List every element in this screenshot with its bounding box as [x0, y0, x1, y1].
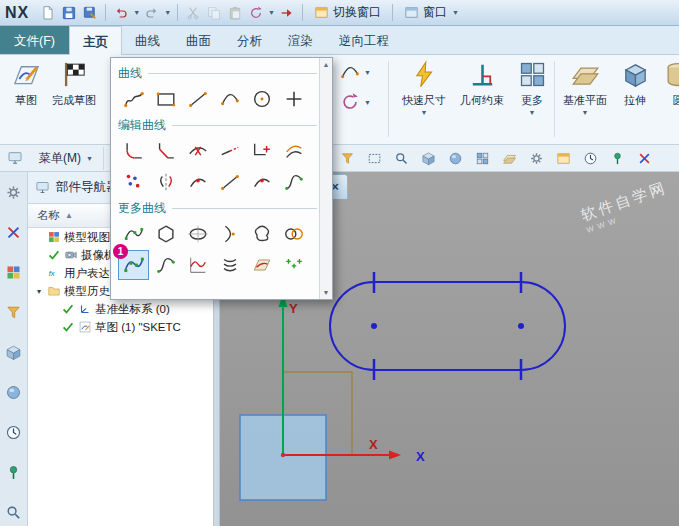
cylinder-button[interactable]: 圆	[658, 59, 679, 108]
repeat-command-button[interactable]	[246, 3, 266, 23]
save-as-button[interactable]	[80, 3, 100, 23]
extrude-button[interactable]: 拉伸	[614, 59, 656, 108]
views-navigator-icon[interactable]	[4, 262, 24, 282]
panel-command-mirror-curve[interactable]	[150, 167, 181, 197]
panel-command-point-set[interactable]	[278, 250, 309, 280]
panel-command-law-curve[interactable]	[182, 250, 213, 280]
paste-button[interactable]	[225, 3, 245, 23]
tab-曲线[interactable]: 曲线	[122, 26, 173, 54]
funnel-navigator-icon[interactable]	[4, 302, 24, 322]
panel-command-make-corner[interactable]	[246, 136, 277, 166]
panel-command-conic[interactable]	[214, 219, 245, 249]
tab-曲面[interactable]: 曲面	[173, 26, 224, 54]
scroll-down-icon[interactable]: ▼	[323, 289, 330, 296]
panel-command-derived-line[interactable]	[214, 167, 245, 197]
grid-icon[interactable]	[472, 149, 492, 169]
undo-button[interactable]	[111, 3, 131, 23]
quick-dim-dropdown-icon[interactable]: ▼	[421, 109, 428, 116]
screen-icon[interactable]	[5, 148, 25, 168]
quick-dimension-button[interactable]: 快速尺寸 ▼	[396, 59, 452, 116]
window-icon	[314, 5, 329, 20]
funnel-icon[interactable]	[337, 149, 357, 169]
copy-button[interactable]	[204, 3, 224, 23]
conic-icon	[219, 223, 241, 245]
datum-dropdown-icon[interactable]: ▼	[582, 109, 589, 116]
dashed-rect-icon[interactable]	[364, 149, 384, 169]
magnifier-navigator-icon[interactable]	[4, 502, 24, 522]
goto-button[interactable]	[277, 3, 297, 23]
scroll-up-icon[interactable]: ▲	[323, 61, 330, 68]
tab-主页[interactable]: 主页	[69, 26, 122, 55]
tab-逆向工程[interactable]: 逆向工程	[326, 26, 402, 54]
panel-command-fillet[interactable]	[118, 136, 149, 166]
gear-navigator-icon[interactable]	[4, 182, 24, 202]
more-dropdown-icon[interactable]: ▼	[529, 109, 536, 116]
panel-command-line[interactable]	[182, 84, 213, 114]
gear-icon[interactable]	[526, 149, 546, 169]
panel-command-circle[interactable]	[246, 84, 277, 114]
panel-command-art-spline[interactable]	[246, 219, 277, 249]
circle-command-button[interactable]: ▼	[337, 90, 373, 114]
panel-scrollbar[interactable]: ▲ ▼	[319, 58, 332, 299]
more-button[interactable]: 更多 ▼	[512, 59, 552, 116]
tab-file[interactable]: 文件(F)	[0, 26, 69, 54]
expander-icon[interactable]: ▾	[34, 287, 44, 296]
panel-command-helix[interactable]	[214, 250, 245, 280]
geometric-constraint-button[interactable]: 几何约束	[454, 59, 510, 108]
window-icon[interactable]	[553, 149, 573, 169]
clock-navigator-icon[interactable]	[4, 422, 24, 442]
group-separator	[554, 61, 555, 137]
panel-command-studio-spline[interactable]	[150, 250, 181, 280]
cut-button[interactable]	[183, 3, 203, 23]
panel-command-rectangle[interactable]	[150, 84, 181, 114]
arc-command-button[interactable]: ▼	[337, 60, 373, 84]
menu-button[interactable]: 菜单(M)▼	[30, 147, 104, 170]
navigator-row[interactable]: 基准坐标系 (0)	[28, 300, 213, 318]
panel-command-chamfer[interactable]	[150, 136, 181, 166]
panel-command-intersection-curve[interactable]	[182, 167, 213, 197]
sketch-obround-curve[interactable]	[330, 282, 565, 370]
finish-sketch-button[interactable]: 完成草图	[48, 59, 100, 108]
datum-plane-button[interactable]: 基准平面 ▼	[558, 59, 612, 116]
clock-icon[interactable]	[580, 149, 600, 169]
sketch-button[interactable]: 草图	[4, 59, 48, 108]
panel-command-quick-trim[interactable]	[182, 136, 213, 166]
cube-navigator-icon[interactable]	[4, 342, 24, 362]
pin-navigator-icon[interactable]	[4, 462, 24, 482]
undo-dropdown-icon[interactable]: ▼	[133, 9, 140, 16]
panel-command-offset-curve[interactable]	[278, 136, 309, 166]
y-axis-label: Y	[289, 301, 298, 316]
panel-command-fit-curve[interactable]: 1	[118, 250, 149, 280]
window-menu-button[interactable]: 窗口▼	[398, 2, 466, 23]
magnifier-icon[interactable]	[391, 149, 411, 169]
panel-command-two-circles[interactable]	[278, 219, 309, 249]
panel-command-arc[interactable]	[214, 84, 245, 114]
panel-command-point[interactable]	[278, 84, 309, 114]
redo-button[interactable]	[142, 3, 162, 23]
cube-icon[interactable]	[418, 149, 438, 169]
law-curve-icon	[187, 254, 209, 276]
ribbon-tab-bar: 文件(F) 主页曲线曲面分析渲染逆向工程	[0, 26, 679, 55]
panel-command-surface-curve[interactable]	[246, 250, 277, 280]
panel-command-section-curve[interactable]	[278, 167, 309, 197]
switch-window-button[interactable]: 切换窗口	[308, 2, 387, 23]
sphere-navigator-icon[interactable]	[4, 382, 24, 402]
tab-分析[interactable]: 分析	[224, 26, 275, 54]
panel-command-ellipse[interactable]	[182, 219, 213, 249]
panel-command-scale-curve[interactable]	[246, 167, 277, 197]
new-file-button[interactable]	[38, 3, 58, 23]
cross-navigator-icon[interactable]	[4, 222, 24, 242]
tab-渲染[interactable]: 渲染	[275, 26, 326, 54]
pin-icon[interactable]	[607, 149, 627, 169]
redo-dropdown-icon[interactable]: ▼	[164, 9, 171, 16]
navigator-row[interactable]: 草图 (1) "SKETC	[28, 318, 213, 336]
panel-command-polygon[interactable]	[150, 219, 181, 249]
cross-icon[interactable]	[634, 149, 654, 169]
save-button[interactable]	[59, 3, 79, 23]
datum-icon[interactable]	[499, 149, 519, 169]
panel-command-pattern-curve[interactable]	[118, 167, 149, 197]
repeat-dropdown-icon[interactable]: ▼	[268, 9, 275, 16]
panel-command-quick-extend[interactable]	[214, 136, 245, 166]
sphere-icon[interactable]	[445, 149, 465, 169]
panel-command-profile[interactable]	[118, 84, 149, 114]
